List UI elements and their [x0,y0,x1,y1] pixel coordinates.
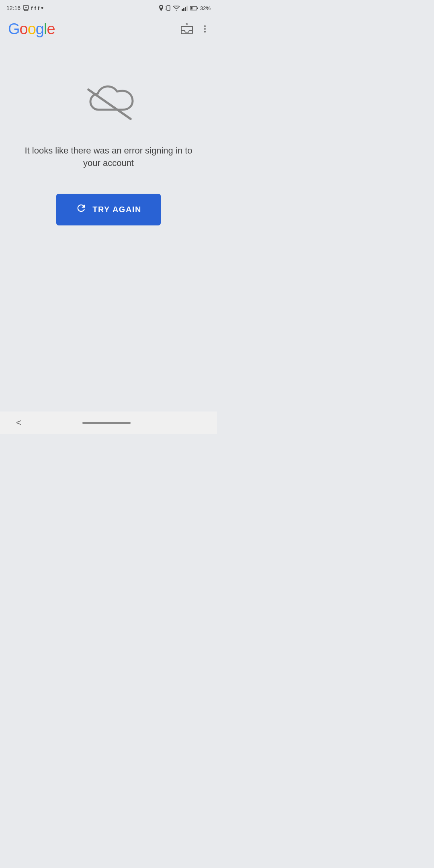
logo-g2: g [36,20,44,38]
back-button[interactable]: < [12,414,25,432]
app-bar-actions [180,22,209,36]
more-options-button[interactable] [201,22,209,36]
logo-e: e [47,20,55,38]
status-icons: f f f • [23,5,43,11]
cloud-off-icon-container [80,84,137,125]
battery-icon [190,6,198,11]
svg-rect-15 [186,6,188,11]
nav-bar: < [0,411,217,434]
svg-line-19 [88,90,131,119]
main-content: It looks like there was an error signing… [0,43,217,225]
logo-o1: o [20,20,28,38]
google-logo: G o o g l e [8,20,180,38]
status-bar: 12:16 f f f • [0,0,217,14]
facebook-icon-2: f [34,5,36,11]
error-message: It looks like there was an error signing… [0,145,217,170]
signal-icon [182,5,188,11]
svg-rect-5 [167,6,170,10]
status-left: 12:16 f f f • [6,5,43,11]
try-again-button[interactable]: TRY AGAIN [56,194,161,225]
home-indicator[interactable] [82,422,131,424]
more-dot-1 [204,25,206,27]
battery-percent: 32% [200,5,211,11]
more-dot-3 [204,31,206,33]
location-icon [159,5,164,11]
app-bar-left: G o o g l e [8,20,180,38]
vibrate-icon [166,5,171,11]
svg-rect-17 [197,7,198,9]
facebook-icon-1: f [31,5,33,11]
inbox-icon [180,23,193,35]
logo-o2: o [28,20,36,38]
try-again-label: TRY AGAIN [92,205,141,214]
notification-icon [23,5,29,11]
wifi-icon [173,6,180,11]
app-bar: G o o g l e [0,14,217,43]
logo-l: l [44,20,47,38]
svg-rect-14 [185,7,186,11]
retry-icon [76,203,87,217]
svg-rect-18 [190,7,192,9]
more-dot-2 [204,28,206,30]
status-time: 12:16 [6,5,20,11]
svg-rect-12 [182,9,183,11]
cloud-off-icon [80,84,137,124]
logo-g: G [8,20,20,38]
inbox-button[interactable] [180,22,194,36]
facebook-icon-3: f [38,5,39,11]
svg-rect-13 [183,8,184,11]
status-right: 32% [159,5,211,11]
